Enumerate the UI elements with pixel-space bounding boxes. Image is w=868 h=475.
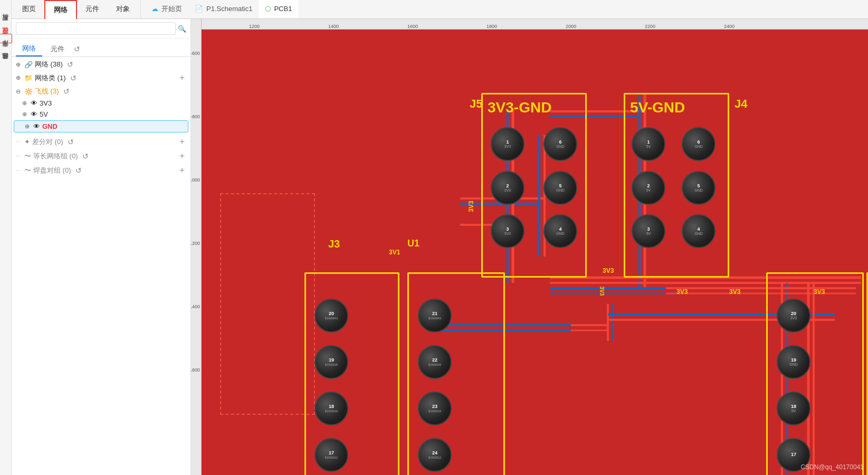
pad-j4-5: 5 GND — [682, 171, 716, 205]
tree-item-network[interactable]: ⊕ 🔗 网络 (38) ↺ — [12, 58, 190, 71]
tab-start-page[interactable]: ☁ 开始页 — [145, 0, 188, 18]
net-label-3v3-vert2: 3V3 — [599, 287, 605, 296]
add-padPair-icon[interactable]: ＋ — [178, 165, 186, 176]
u1-label: U1 — [407, 238, 419, 249]
pad-j3-18: 18 $1N3919 — [314, 392, 348, 425]
tab-diagram[interactable]: 图页 — [14, 0, 44, 18]
tree-item-5v[interactable]: ⊕ 👁 5V — [12, 109, 190, 120]
folder-icon: 📁 — [24, 74, 33, 82]
expand-icon-gnd[interactable]: ⊕ — [25, 123, 31, 130]
pad-j5-1: 1 3V3 — [491, 127, 524, 161]
ruler-left: -600 -800 -1000 -1200 -1400 -1600 — [191, 19, 202, 475]
add-diff-icon[interactable]: ＋ — [178, 136, 186, 147]
pad-j4-1: 1 5V — [632, 127, 665, 161]
expand-icon-diff[interactable]: ··· — [16, 139, 22, 145]
expand-icon-5v[interactable]: ⊕ — [22, 111, 28, 118]
pad-j6-18-1: 18 5V — [777, 392, 810, 425]
net-label-3v3-mid: 3V3 — [603, 267, 614, 274]
net-label-3v3-board: 3V1 — [389, 249, 400, 256]
tree-panel: ⊕ 🔗 网络 (38) ↺ ⊕ 📁 网络类 (1) ↺ ＋ — [12, 57, 190, 178]
pad-j5-6: 6 GND — [543, 127, 577, 161]
pad-j6-19-1: 19 GND — [777, 345, 810, 379]
equalLen-icon: 〜 — [24, 151, 31, 161]
tree-item-pad-pair[interactable]: ··· 〜 焊盘对组 (0) ↺ ＋ — [12, 163, 190, 177]
pad-u1-22: 22 $1N3926 — [418, 345, 452, 379]
add-equalLen-icon[interactable]: ＋ — [178, 150, 186, 162]
top-tab-bar: 图页 网络 元件 对象 ☁ 开始页 📄 P1.Schematic1 ⬡ PCB1 — [12, 0, 868, 19]
tab-network[interactable]: 网络 — [44, 0, 77, 19]
j4-label: J4 — [735, 97, 747, 111]
left-sidebar: 所有工程 工程设计 常用库 器件标准化 — [0, 0, 12, 475]
refresh-equalLen-icon[interactable]: ↺ — [82, 152, 89, 160]
pad-j3-17: 17 $1N3912 — [314, 438, 348, 472]
padPair-icon: 〜 — [24, 166, 31, 175]
pad-j4-2: 2 5V — [632, 171, 665, 205]
expand-icon-netclass[interactable]: ⊕ — [16, 74, 22, 81]
refresh-icon-main[interactable]: ↺ — [74, 45, 80, 53]
pad-j3-20: 20 $1N3943 — [314, 299, 348, 332]
pad-j5-3: 3 3V3 — [491, 214, 524, 248]
panel-sub-tab-components[interactable]: 元件 — [44, 42, 71, 56]
expand-icon-flywire[interactable]: ⊖ — [16, 88, 22, 95]
eye-icon-gnd: 👁 — [33, 122, 40, 130]
sidebar-item-common-lib[interactable]: 常用库 — [0, 48, 12, 56]
tab-schematic[interactable]: 📄 P1.Schematic1 — [188, 0, 259, 18]
j5-label: J5 — [470, 97, 482, 111]
sidebar-item-component-standard[interactable]: 器件标准化 — [0, 60, 12, 69]
refresh-diff-icon[interactable]: ↺ — [68, 138, 74, 146]
refresh-flywire-icon[interactable]: ↺ — [63, 87, 70, 96]
pad-u1-21: 21 $1N3943 — [418, 299, 452, 332]
search-bar: 🔍 — [12, 19, 190, 39]
pcb-board: J5 3V3-GND 1 3V3 2 3V3 3 3V3 — [202, 30, 868, 475]
expand-icon-padPair[interactable]: ··· — [16, 167, 22, 173]
pad-j5-5: 5 GND — [543, 171, 577, 205]
pcb-canvas[interactable]: 1200 1400 1600 1800 2000 2200 2400 -600 … — [191, 19, 868, 475]
tree-item-network-class[interactable]: ⊕ 📁 网络类 (1) ↺ ＋ — [12, 71, 190, 85]
tree-item-gnd[interactable]: ⊕ 👁 GND — [14, 120, 188, 132]
add-netclass-icon[interactable]: ＋ — [178, 72, 186, 83]
expand-icon-3v3[interactable]: ⊕ — [22, 100, 28, 107]
pad-j5-2: 2 3V3 — [491, 171, 524, 205]
doc-icon: 📄 — [195, 5, 203, 13]
net-label-3v3-right2: 3V3 — [729, 288, 740, 296]
j4-box-label: 5V-GND — [630, 99, 685, 116]
tab-components[interactable]: 元件 — [77, 0, 108, 18]
expand-icon-equalLen[interactable]: ··· — [16, 153, 22, 159]
sidebar-item-project-design[interactable]: 工程设计 — [0, 34, 12, 43]
net-label-3v3-right1: 3V3 — [676, 288, 688, 296]
pad-j4-6: 6 GND — [682, 127, 716, 161]
search-icon[interactable]: 🔍 — [178, 25, 186, 33]
net-label-3v3-vert: 3V3 — [468, 201, 475, 212]
panel-sub-tab-network[interactable]: 网络 — [16, 42, 42, 56]
tree-item-equal-len[interactable]: ··· 〜 等长网络组 (0) ↺ ＋ — [12, 149, 190, 163]
flywire-icon: 🔆 — [24, 88, 33, 96]
ruler-top: 1200 1400 1600 1800 2000 2200 2400 — [191, 19, 868, 30]
tree-item-3v3[interactable]: ⊕ 👁 3V3 — [12, 98, 190, 109]
panel-sub-tabs: 网络 元件 ↺ — [12, 39, 190, 57]
tab-pcb[interactable]: ⬡ PCB1 — [259, 0, 298, 18]
network-icon: 🔗 — [24, 61, 33, 69]
eye-icon-3v3: 👁 — [31, 99, 37, 107]
pad-j5-4: 4 GND — [543, 214, 577, 248]
search-input[interactable] — [16, 22, 176, 35]
pad-j4-4: 4 GND — [682, 214, 716, 248]
pad-u1-23: 23 $1N3919 — [418, 392, 452, 425]
sidebar-item-all-projects[interactable]: 所有工程 — [0, 21, 12, 30]
refresh-padPair-icon[interactable]: ↺ — [75, 166, 82, 175]
tree-item-diff-pair[interactable]: ··· ✦ 差分对 (0) ↺ ＋ — [12, 133, 190, 149]
pad-j4-3: 3 5V — [632, 214, 665, 248]
refresh-network-icon[interactable]: ↺ — [67, 60, 73, 69]
pad-j6-20-1: 20 3V3 — [777, 299, 810, 332]
pad-j3-19: 19 $1N3926 — [314, 345, 348, 379]
net-label-3v3-right3: 3V3 — [814, 288, 825, 296]
pcb-icon: ⬡ — [265, 5, 271, 13]
pad-u1-24: 24 $1N3912 — [418, 438, 452, 472]
eye-icon-5v: 👁 — [31, 110, 37, 118]
refresh-netclass-icon[interactable]: ↺ — [70, 74, 77, 82]
tab-objects[interactable]: 对象 — [108, 0, 138, 18]
expand-icon-network[interactable]: ⊕ — [16, 61, 22, 68]
j5-box-label: 3V3-GND — [488, 99, 551, 116]
tree-item-flywire[interactable]: ⊖ 🔆 飞线 (3) ↺ — [12, 85, 190, 98]
board-outline-left — [220, 193, 315, 415]
watermark: CSDN@qq_40170041 — [800, 463, 864, 471]
